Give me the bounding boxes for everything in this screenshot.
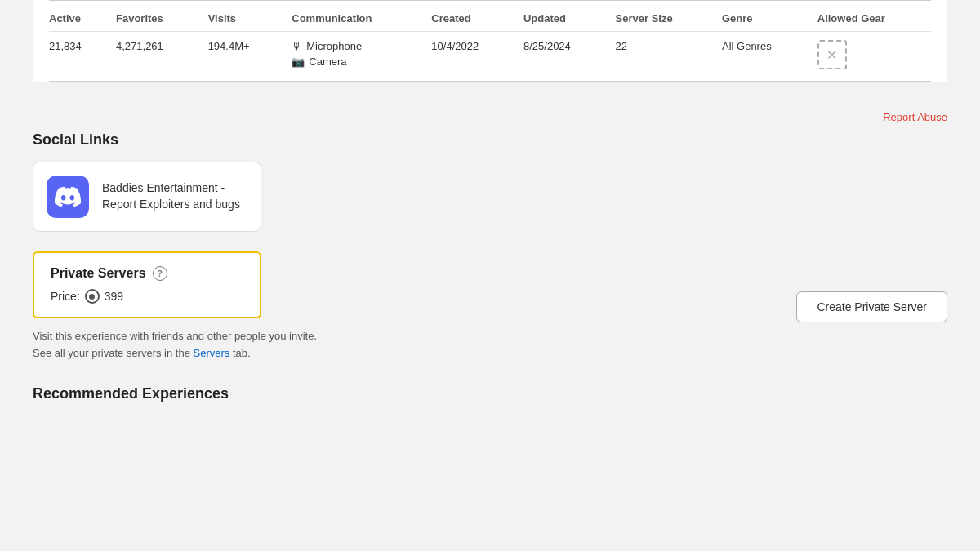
microphone-label: Microphone — [306, 40, 362, 52]
col-allowed-gear: Allowed Gear — [809, 1, 931, 32]
col-server-size: Server Size — [608, 1, 714, 32]
cell-genre: All Genres — [714, 32, 809, 82]
private-servers-title: Private Servers — [51, 266, 146, 281]
discord-svg — [55, 184, 81, 210]
col-favorites: Favorites — [108, 1, 200, 32]
cell-updated: 8/25/2024 — [515, 32, 608, 82]
discord-social-card[interactable]: Baddies Entertainment - Report Exploiter… — [33, 162, 261, 232]
private-servers-box: Private Servers ? Price: 399 — [33, 251, 261, 318]
recommended-title: Recommended Experiences — [33, 385, 947, 402]
cell-created: 10/4/2022 — [423, 32, 515, 82]
cell-visits: 194.4M+ — [200, 32, 284, 82]
discord-icon — [47, 176, 89, 218]
cell-server-size: 22 — [608, 32, 714, 82]
desc-line2-suffix: tab. — [229, 347, 250, 359]
desc-line2-prefix: See all your private servers in the — [33, 347, 194, 359]
price-label: Price: — [51, 290, 80, 303]
recommended-experiences-section: Recommended Experiences — [33, 385, 947, 402]
allowed-gear-box: ✕ — [817, 40, 847, 69]
private-servers-left: Private Servers ? Price: 399 Visit this … — [33, 251, 780, 362]
robux-icon — [85, 289, 100, 304]
robux-icon-inner — [89, 294, 95, 300]
stats-table: Active Favorites Visits Communication Cr… — [49, 1, 931, 81]
col-created: Created — [423, 1, 515, 32]
price-amount: 399 — [105, 290, 123, 303]
camera-icon: 📷 — [292, 56, 305, 68]
private-servers-section: Private Servers ? Price: 399 Visit this … — [33, 251, 947, 362]
col-visits: Visits — [200, 1, 284, 32]
private-servers-desc: Visit this experience with friends and o… — [33, 328, 523, 362]
create-private-server-button[interactable]: Create Private Server — [796, 291, 947, 322]
cell-favorites: 4,271,261 — [108, 32, 200, 82]
social-links-title: Social Links — [33, 131, 947, 149]
report-abuse-link[interactable]: Report Abuse — [883, 111, 947, 123]
social-card-text: Baddies Entertainment - Report Exploiter… — [102, 180, 240, 212]
cell-active: 21,834 — [49, 32, 108, 82]
table-row: 21,834 4,271,261 194.4M+ 🎙 Microphone 📷 … — [49, 32, 931, 82]
cell-communication: 🎙 Microphone 📷 Camera — [283, 32, 423, 82]
camera-label: Camera — [309, 56, 346, 68]
microphone-icon: 🎙 — [292, 40, 302, 52]
price-row: Price: 399 — [51, 289, 243, 304]
social-links-section: Social Links Baddies Entertainment - Rep… — [33, 131, 947, 232]
social-card-name2: Report Exploiters and bugs — [102, 197, 240, 213]
report-abuse-row: Report Abuse — [33, 98, 947, 131]
col-genre: Genre — [714, 1, 809, 32]
col-updated: Updated — [515, 1, 608, 32]
cell-allowed-gear: ✕ — [809, 32, 931, 82]
help-icon[interactable]: ? — [153, 266, 167, 281]
social-card-name: Baddies Entertainment - — [102, 180, 240, 197]
col-active: Active — [49, 1, 108, 32]
col-communication: Communication — [283, 1, 423, 32]
servers-tab-link[interactable]: Servers — [194, 347, 230, 359]
desc-line1: Visit this experience with friends and o… — [33, 330, 317, 342]
